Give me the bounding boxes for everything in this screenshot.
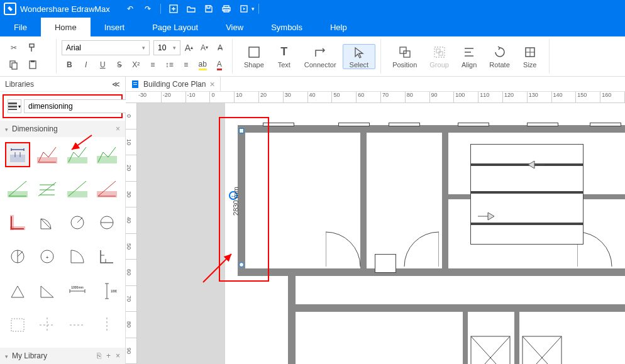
selection-handle[interactable]	[239, 128, 244, 133]
shape-item[interactable]	[35, 279, 60, 304]
ribbon: ✂ Arial▾ 10▾ A▴ A▾ A̶ B I U S̶ X² ≡ ↕≡ ≡…	[0, 36, 625, 77]
page: ↔ 2830 mm	[225, 103, 625, 364]
selection-handle[interactable]	[239, 262, 244, 267]
text-button[interactable]: T Text	[270, 45, 298, 69]
category-button[interactable]: ▾	[8, 99, 21, 113]
svg-rect-40	[471, 336, 510, 364]
tab-help[interactable]: Help	[316, 18, 361, 36]
shape-item[interactable]	[65, 176, 90, 201]
shape-item[interactable]: +	[35, 244, 60, 269]
shape-item[interactable]	[94, 210, 119, 235]
bullets-button[interactable]: ≡	[145, 57, 161, 73]
search-input[interactable]	[24, 99, 126, 113]
select-button[interactable]: Select	[343, 44, 376, 69]
size-button[interactable]: Size	[516, 45, 544, 69]
tab-insert[interactable]: Insert	[91, 18, 139, 36]
shape-item[interactable]	[35, 176, 60, 201]
open-button[interactable]	[184, 1, 199, 16]
position-button[interactable]: Position	[386, 45, 423, 69]
close-section-icon[interactable]: ×	[116, 124, 120, 133]
tab-view[interactable]: View	[212, 18, 257, 36]
new-button[interactable]	[166, 1, 181, 16]
highlight-button[interactable]: ab	[195, 57, 211, 73]
collapse-sidebar-icon[interactable]: ≪	[112, 80, 120, 89]
linespacing-button[interactable]: ↕≡	[162, 57, 177, 73]
dimension-label[interactable]: 2830 mm	[232, 187, 240, 216]
shape-item[interactable]	[5, 312, 30, 338]
shape-item[interactable]	[94, 142, 119, 167]
tab-file[interactable]: File	[0, 18, 41, 36]
svg-rect-41	[523, 336, 561, 364]
svg-rect-18	[8, 109, 17, 110]
superscript-button[interactable]: X²	[128, 57, 144, 73]
tab-home[interactable]: Home	[41, 18, 91, 36]
decrease-font-button[interactable]: A▾	[197, 40, 212, 56]
export-button[interactable]	[236, 1, 252, 16]
shape-item[interactable]	[35, 210, 60, 235]
shape-item[interactable]	[5, 244, 30, 269]
shape-linear-dim[interactable]	[5, 142, 30, 167]
align-button[interactable]: Align	[455, 45, 483, 69]
svg-rect-24	[8, 191, 28, 197]
fontsize-select[interactable]: 10▾	[153, 40, 180, 55]
cut-button[interactable]: ✂	[5, 40, 23, 56]
shape-item[interactable]	[94, 176, 119, 201]
section-mylibrary[interactable]: ▾My Library ⎘ + ×	[0, 348, 125, 364]
rotate-button[interactable]: Rotate	[483, 45, 516, 69]
doc-icon	[131, 80, 140, 89]
tab-symbols[interactable]: Symbols	[257, 18, 316, 36]
tab-pagelayout[interactable]: Page Layout	[138, 18, 212, 36]
shape-item[interactable]	[65, 210, 90, 235]
underline-button[interactable]: U	[95, 57, 111, 73]
shape-item[interactable]	[65, 312, 90, 338]
shape-button[interactable]: Shape	[238, 45, 270, 69]
undo-button[interactable]: ↶	[123, 1, 138, 16]
doc-tab[interactable]: Building Core Plan ×	[126, 77, 221, 92]
add-lib-icon[interactable]: +	[106, 351, 111, 360]
print-button[interactable]	[219, 1, 234, 16]
svg-rect-20	[10, 155, 25, 162]
shape-item[interactable]	[35, 312, 60, 338]
format-painter-button[interactable]	[24, 40, 41, 56]
close-lib-icon[interactable]: ×	[116, 351, 120, 360]
shape-item[interactable]	[5, 210, 30, 235]
save-button[interactable]	[201, 1, 216, 16]
align-text-button[interactable]: ≡	[179, 57, 194, 73]
document-tabs: Building Core Plan ×	[126, 77, 625, 92]
svg-rect-9	[249, 47, 259, 57]
arrow-icon	[527, 158, 546, 171]
canvas[interactable]: ↔ 2830 mm	[137, 103, 625, 364]
svg-text:+: +	[46, 255, 49, 260]
shape-item[interactable]	[5, 176, 30, 201]
app-name: Wondershare EdrawMax	[20, 4, 110, 14]
clear-format-button[interactable]: A̶	[213, 40, 227, 56]
copy-button[interactable]	[5, 57, 23, 73]
import-lib-icon[interactable]: ⎘	[97, 351, 101, 360]
strike-button[interactable]: S̶	[112, 57, 128, 73]
shape-item[interactable]: 1000mm	[94, 279, 119, 304]
redo-button[interactable]: ↷	[140, 1, 155, 16]
svg-rect-28	[10, 226, 25, 230]
search-row: ▾	[3, 94, 123, 118]
shape-item[interactable]	[94, 244, 119, 269]
italic-button[interactable]: I	[79, 57, 94, 73]
shape-item[interactable]	[35, 142, 60, 167]
fontcolor-button[interactable]: A	[212, 57, 228, 73]
app-logo	[4, 3, 16, 15]
bold-button[interactable]: B	[62, 57, 77, 73]
paste-button[interactable]	[24, 57, 41, 73]
libraries-header: Libraries ≪	[0, 77, 125, 92]
ruler-vertical: 0102030405060708090	[126, 103, 137, 364]
section-dimensioning[interactable]: ▾Dimensioning ×	[0, 121, 125, 137]
shape-item[interactable]	[65, 142, 90, 167]
shape-item[interactable]	[5, 279, 30, 304]
increase-font-button[interactable]: A▴	[182, 40, 196, 56]
shape-item[interactable]: 1000mm	[65, 279, 90, 304]
group-button[interactable]: Group	[423, 45, 455, 69]
font-select[interactable]: Arial▾	[62, 40, 150, 55]
shape-item[interactable]	[65, 244, 90, 269]
connector-button[interactable]: Connector	[298, 45, 343, 69]
shape-item[interactable]	[94, 312, 119, 338]
titlebar: Wondershare EdrawMax ↶ ↷ ▾	[0, 0, 625, 18]
close-tab-icon[interactable]: ×	[209, 79, 214, 89]
